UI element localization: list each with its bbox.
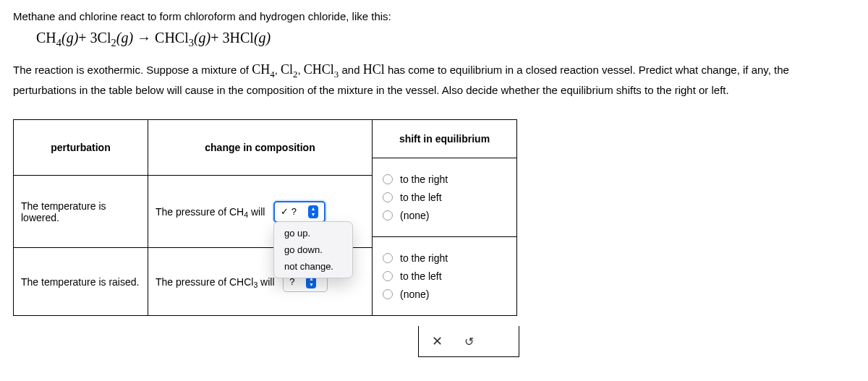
eq-plus2: +	[210, 30, 218, 46]
dropdown-item-notchange[interactable]: not change.	[274, 258, 352, 275]
dropdown-menu: go up. go down. not change.	[273, 221, 353, 278]
eq-rhs1-phase: (g)	[194, 30, 210, 46]
chem-cl2: Cl2	[281, 62, 298, 77]
eq-lhs1-phase: (g)	[61, 30, 78, 46]
row1-change-prefix: The pressure of CH	[156, 205, 244, 217]
radio-row-right-2[interactable]: to the right	[383, 252, 506, 264]
undo-icon[interactable]: ↺	[464, 335, 474, 348]
intro-text: Methane and chlorine react to form chlor…	[13, 9, 855, 24]
eq-arrow: →	[137, 30, 151, 46]
eq-lhs2-coeff: 3	[90, 30, 98, 46]
chem1: CH	[252, 62, 270, 77]
row2-change-prefix: The pressure of CHCl	[156, 275, 253, 287]
dropdown-item-goup[interactable]: go up.	[274, 225, 352, 241]
chemical-equation: CH4(g)+ 3Cl2(g) → CHCl3(g)+ 3HCl(g)	[36, 30, 855, 49]
row1-perturbation: The temperature is lowered.	[14, 176, 148, 248]
radio-row-right-1[interactable]: to the right	[383, 174, 506, 185]
description-text: The reaction is exothermic. Suppose a mi…	[13, 59, 855, 99]
eq-rhs2: HCl	[230, 30, 254, 46]
close-icon[interactable]: ✕	[432, 333, 443, 349]
eq-plus1: +	[78, 30, 86, 46]
comma1: ,	[275, 64, 281, 76]
row1-change-cell: The pressure of CH4 will ✓ ? ▲▼ go up. g…	[148, 176, 373, 248]
th-change: change in composition	[148, 120, 373, 176]
perturbation-table: perturbation change in composition The t…	[13, 119, 373, 316]
radio-row-left-2[interactable]: to the left	[383, 270, 506, 282]
shift-group-2: to the right to the left (none)	[373, 237, 516, 315]
radio-icon[interactable]	[383, 271, 393, 281]
radio-row-none-2[interactable]: (none)	[383, 288, 506, 300]
radio-label: (none)	[400, 210, 429, 221]
radio-icon[interactable]	[383, 253, 393, 263]
comma2: ,	[298, 64, 304, 76]
radio-label: to the left	[400, 192, 442, 203]
eq-lhs2: Cl	[98, 30, 111, 46]
radio-row-none-1[interactable]: (none)	[383, 210, 506, 221]
row2-change-suffix: will	[258, 275, 274, 287]
row1-change-suffix: will	[248, 205, 265, 217]
row1-select-value: ✓ ?	[281, 206, 297, 217]
chem-chcl3: CHCl3	[304, 62, 339, 77]
shift-group-1: to the right to the left (none)	[373, 158, 516, 237]
chem-hcl: HCl	[363, 62, 385, 77]
radio-icon[interactable]	[383, 174, 393, 184]
radio-label: to the right	[400, 252, 448, 264]
eq-lhs1-sub: 4	[56, 37, 61, 48]
radio-icon[interactable]	[383, 289, 393, 299]
table-row: The temperature is lowered. The pressure…	[14, 176, 373, 248]
radio-row-left-1[interactable]: to the left	[383, 192, 506, 203]
row1-select[interactable]: ✓ ? ▲▼	[273, 201, 326, 223]
radio-label: to the right	[400, 174, 448, 185]
eq-rhs1: CHCl	[155, 30, 189, 46]
eq-rhs2-phase: (g)	[254, 30, 271, 46]
eq-lhs2-phase: (g)	[116, 30, 133, 46]
th-perturbation: perturbation	[14, 120, 148, 176]
row2-perturbation: The temperature is raised.	[14, 248, 148, 316]
and-word: and	[339, 64, 362, 76]
stepper-icon[interactable]: ▲▼	[308, 205, 318, 218]
radio-label: (none)	[400, 288, 429, 300]
eq-rhs2-coeff: 3	[223, 30, 230, 46]
question-row: perturbation change in composition The t…	[13, 119, 855, 316]
chem2: Cl	[281, 62, 293, 77]
bottom-toolbar: ✕ ↺	[418, 326, 519, 357]
eq-lhs2-sub: 2	[111, 37, 116, 48]
eq-lhs1: CH	[36, 30, 56, 46]
radio-icon[interactable]	[383, 192, 393, 202]
radio-label: to the left	[400, 270, 442, 282]
chem-ch4: CH4	[252, 62, 275, 77]
th-shift: shift in equilibrium	[373, 120, 516, 158]
radio-icon[interactable]	[383, 210, 393, 221]
chem3: CHCl	[304, 62, 334, 77]
dropdown-item-godown[interactable]: go down.	[274, 241, 352, 258]
desc-part1: The reaction is exothermic. Suppose a mi…	[13, 64, 252, 76]
eq-rhs1-sub: 3	[189, 37, 194, 48]
shift-panel: shift in equilibrium to the right to the…	[373, 119, 517, 316]
